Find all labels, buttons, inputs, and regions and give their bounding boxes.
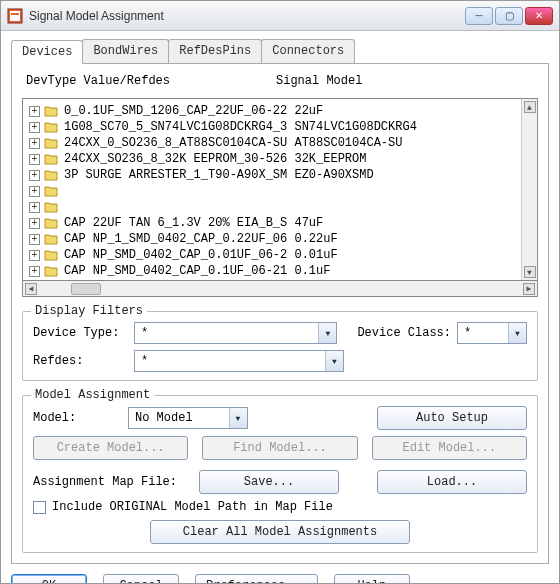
tabs: Devices BondWires RefDesPins Connectors bbox=[11, 39, 549, 64]
expand-icon[interactable]: + bbox=[29, 202, 40, 213]
device-text: 24CXX_0_SO236_8_AT88SC0104CA-SU AT88SC01… bbox=[64, 136, 402, 150]
window-title: Signal Model Assignment bbox=[29, 9, 465, 23]
device-row[interactable]: + bbox=[29, 183, 515, 199]
scroll-thumb[interactable] bbox=[71, 283, 101, 295]
load-button[interactable]: Load... bbox=[377, 470, 527, 494]
cancel-button[interactable]: Cancel bbox=[103, 574, 179, 584]
chevron-down-icon[interactable]: ▼ bbox=[318, 323, 336, 343]
refdes-combo[interactable]: * ▼ bbox=[134, 350, 344, 372]
refdes-label: Refdes: bbox=[33, 354, 128, 368]
device-row[interactable]: +24CXX_0_SO236_8_AT88SC0104CA-SU AT88SC0… bbox=[29, 135, 515, 151]
tab-connectors[interactable]: Connectors bbox=[261, 39, 355, 63]
tab-devices[interactable]: Devices bbox=[11, 40, 83, 64]
header-signalmodel: Signal Model bbox=[276, 74, 362, 88]
device-text: 1G08_SC70_5_SN74LVC1G08DCKRG4_3 SN74LVC1… bbox=[64, 120, 417, 134]
expand-icon[interactable]: + bbox=[29, 106, 40, 117]
device-text: 24CXX_SO236_8_32K EEPROM_30-526 32K_EEPR… bbox=[64, 152, 366, 166]
list-header: DevType Value/Refdes Signal Model bbox=[22, 74, 538, 90]
minimize-button[interactable]: ─ bbox=[465, 7, 493, 25]
auto-setup-button[interactable]: Auto Setup bbox=[377, 406, 527, 430]
device-text: CAP NP_SMD_0402_CAP_0.1UF_06-21 0.1uF bbox=[64, 264, 330, 278]
scroll-right-icon[interactable]: ▶ bbox=[523, 283, 535, 295]
expand-icon[interactable]: + bbox=[29, 186, 40, 197]
preferences-button[interactable]: Preferences... bbox=[195, 574, 318, 584]
model-assignment-legend: Model Assignment bbox=[31, 388, 154, 402]
display-filters-group: Display Filters Device Type: * ▼ Device … bbox=[22, 311, 538, 381]
device-text: CAP 22UF TAN 6_1.3V 20% EIA_B_S 47uF bbox=[64, 216, 323, 230]
expand-icon[interactable]: + bbox=[29, 250, 40, 261]
device-row[interactable]: +CAP NP_SMD_0402_CAP_0.1UF_06-21 0.1uF bbox=[29, 263, 515, 279]
model-assignment-group: Model Assignment Model: No Model ▼ Auto … bbox=[22, 395, 538, 553]
chevron-down-icon[interactable]: ▼ bbox=[508, 323, 526, 343]
model-label: Model: bbox=[33, 411, 88, 425]
scroll-left-icon[interactable]: ◀ bbox=[25, 283, 37, 295]
device-list[interactable]: +0_0.1UF_SMD_1206_CAP_22UF_06-22 22uF +1… bbox=[22, 98, 538, 281]
create-model-button[interactable]: Create Model... bbox=[33, 436, 188, 460]
edit-model-button[interactable]: Edit Model... bbox=[372, 436, 527, 460]
scroll-down-icon[interactable]: ▼ bbox=[524, 266, 536, 278]
help-button[interactable]: Help bbox=[334, 574, 410, 584]
expand-icon[interactable]: + bbox=[29, 266, 40, 277]
tab-refdespins[interactable]: RefDesPins bbox=[168, 39, 262, 63]
folder-icon bbox=[44, 201, 58, 213]
folder-icon bbox=[44, 185, 58, 197]
expand-icon[interactable]: + bbox=[29, 218, 40, 229]
tab-body: DevType Value/Refdes Signal Model +0_0.1… bbox=[11, 64, 549, 564]
display-filters-legend: Display Filters bbox=[31, 304, 147, 318]
folder-icon bbox=[44, 169, 58, 181]
save-button[interactable]: Save... bbox=[199, 470, 339, 494]
folder-icon bbox=[44, 265, 58, 277]
device-row[interactable]: +3P SURGE ARRESTER_1_T90-A90X_SM EZ0-A90… bbox=[29, 167, 515, 183]
device-text: 0_0.1UF_SMD_1206_CAP_22UF_06-22 22uF bbox=[64, 104, 323, 118]
model-combo[interactable]: No Model ▼ bbox=[128, 407, 248, 429]
device-class-combo[interactable]: * ▼ bbox=[457, 322, 527, 344]
device-row[interactable]: + bbox=[29, 199, 515, 215]
vertical-scrollbar[interactable]: ▲ ▼ bbox=[521, 99, 537, 280]
device-text: CAP NP_SMD_0402_CAP_0.01UF_06-2 0.01uF bbox=[64, 248, 338, 262]
checkbox-icon[interactable] bbox=[33, 501, 46, 514]
expand-icon[interactable]: + bbox=[29, 234, 40, 245]
device-text: 3P SURGE ARRESTER_1_T90-A90X_SM EZ0-A90X… bbox=[64, 168, 374, 182]
dialog-buttons: OK Cancel Preferences... Help bbox=[1, 570, 559, 584]
chevron-down-icon[interactable]: ▼ bbox=[325, 351, 343, 371]
window-buttons: ─ ▢ ✕ bbox=[465, 7, 553, 25]
app-icon bbox=[7, 8, 23, 24]
device-type-label: Device Type: bbox=[33, 326, 128, 340]
device-row[interactable]: +CAP NP_SMD_0402_CAP_0.01UF_06-2 0.01uF bbox=[29, 247, 515, 263]
ok-button[interactable]: OK bbox=[11, 574, 87, 584]
device-row[interactable]: +24CXX_SO236_8_32K EEPROM_30-526 32K_EEP… bbox=[29, 151, 515, 167]
folder-icon bbox=[44, 121, 58, 133]
folder-icon bbox=[44, 153, 58, 165]
horizontal-scrollbar[interactable]: ◀ ▶ bbox=[22, 281, 538, 297]
device-row[interactable]: +1G08_SC70_5_SN74LVC1G08DCKRG4_3 SN74LVC… bbox=[29, 119, 515, 135]
svg-rect-2 bbox=[11, 13, 19, 15]
folder-icon bbox=[44, 105, 58, 117]
tab-bondwires[interactable]: BondWires bbox=[82, 39, 169, 63]
folder-icon bbox=[44, 233, 58, 245]
device-row[interactable]: +0_0.1UF_SMD_1206_CAP_22UF_06-22 22uF bbox=[29, 103, 515, 119]
device-row[interactable]: +CAP 22UF TAN 6_1.3V 20% EIA_B_S 47uF bbox=[29, 215, 515, 231]
device-text: CAP NP_1_SMD_0402_CAP_0.22UF_06 0.22uF bbox=[64, 232, 338, 246]
clear-all-button[interactable]: Clear All Model Assignments bbox=[150, 520, 410, 544]
folder-icon bbox=[44, 217, 58, 229]
folder-icon bbox=[44, 137, 58, 149]
close-button[interactable]: ✕ bbox=[525, 7, 553, 25]
include-original-checkbox[interactable]: Include ORIGINAL Model Path in Map File bbox=[33, 500, 527, 514]
expand-icon[interactable]: + bbox=[29, 154, 40, 165]
chevron-down-icon[interactable]: ▼ bbox=[229, 408, 247, 428]
refdes-value: * bbox=[135, 354, 325, 368]
maximize-button[interactable]: ▢ bbox=[495, 7, 523, 25]
folder-icon bbox=[44, 249, 58, 261]
device-class-label: Device Class: bbox=[357, 326, 451, 340]
find-model-button[interactable]: Find Model... bbox=[202, 436, 357, 460]
header-devtype: DevType Value/Refdes bbox=[26, 74, 276, 88]
model-value: No Model bbox=[129, 411, 229, 425]
expand-icon[interactable]: + bbox=[29, 138, 40, 149]
expand-icon[interactable]: + bbox=[29, 170, 40, 181]
include-original-label: Include ORIGINAL Model Path in Map File bbox=[52, 500, 333, 514]
scroll-up-icon[interactable]: ▲ bbox=[524, 101, 536, 113]
map-file-label: Assignment Map File: bbox=[33, 475, 193, 489]
device-type-combo[interactable]: * ▼ bbox=[134, 322, 337, 344]
expand-icon[interactable]: + bbox=[29, 122, 40, 133]
device-row[interactable]: +CAP NP_1_SMD_0402_CAP_0.22UF_06 0.22uF bbox=[29, 231, 515, 247]
